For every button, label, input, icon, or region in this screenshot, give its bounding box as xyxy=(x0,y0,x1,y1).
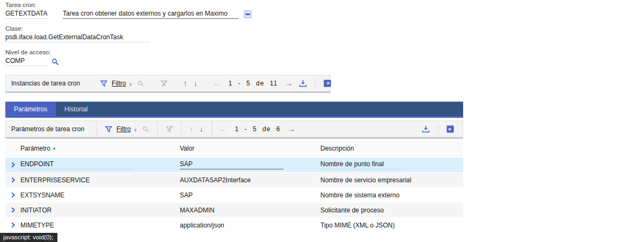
move-up-button[interactable]: ↑ xyxy=(180,79,191,88)
row-expand-cell[interactable] xyxy=(5,192,20,198)
search-icon xyxy=(137,80,144,87)
down-arrow-icon: ↓ xyxy=(194,80,197,87)
value-cell[interactable]: SAP xyxy=(180,160,320,169)
download-icon xyxy=(299,80,307,87)
next-page-button[interactable]: → xyxy=(284,124,298,134)
access-level-label: Nivel de acceso: xyxy=(5,49,644,55)
clear-filter-button[interactable] xyxy=(157,79,171,88)
param-name: EXTSYSNAME xyxy=(20,191,64,199)
maximize-button[interactable] xyxy=(443,124,457,134)
param-name: ENTERPRISESERVICE xyxy=(20,176,90,184)
download-icon xyxy=(422,125,430,133)
tab-historial-label: Historial xyxy=(64,105,87,113)
previous-page-button[interactable]: ← xyxy=(210,79,224,88)
param-description: Tipo MIME (XML o JSON) xyxy=(320,222,394,229)
divider xyxy=(211,121,212,137)
divider xyxy=(157,121,158,137)
param-name: ENDPOINT xyxy=(20,160,131,169)
download-button[interactable] xyxy=(419,124,433,134)
table-header: Parámetro ▲ Valor Descripción xyxy=(5,140,463,156)
header-parametro-label: Parámetro xyxy=(20,145,50,152)
row-expand-cell[interactable] xyxy=(5,177,20,183)
clear-filter-button[interactable] xyxy=(163,125,176,134)
param-description: Solicitante de proceso xyxy=(320,207,384,214)
task-description-field[interactable]: Tarea cron obtener datos externos y carg… xyxy=(63,10,239,19)
class-label: Clase: xyxy=(5,25,644,32)
chevron-right-icon xyxy=(11,177,15,183)
row-expand-cell[interactable] xyxy=(5,222,20,228)
class-field: psdi.iface.load.GetExternalDataCronTask xyxy=(5,33,149,42)
header-parametro[interactable]: Parámetro ▲ xyxy=(20,145,180,152)
filter-link[interactable]: Filtro xyxy=(116,125,131,133)
maximize-icon xyxy=(447,125,454,133)
filter-funnel-icon xyxy=(105,126,112,133)
previous-page-icon: ← xyxy=(214,80,221,87)
param-description: Nombre de sistema externo xyxy=(320,191,399,199)
task-label: Tarea cron: xyxy=(5,2,644,8)
chevron-right-icon xyxy=(11,162,15,168)
maximize-button[interactable] xyxy=(320,79,334,88)
move-down-button[interactable]: ↓ xyxy=(191,79,201,88)
table-row[interactable]: EXTSYSNAME SAP Nombre de sistema externo xyxy=(5,188,463,202)
chevron-right-icon xyxy=(11,207,15,213)
param-name: INITIATOR xyxy=(20,207,52,214)
value-cell[interactable]: application/json xyxy=(180,222,320,229)
tab-historial[interactable]: Historial xyxy=(56,102,96,116)
param-value-field[interactable]: MAXADMIN xyxy=(180,207,215,214)
filter-link[interactable]: Filtro xyxy=(112,80,126,87)
value-cell[interactable]: MAXADMIN xyxy=(180,207,320,214)
filter-button[interactable] xyxy=(102,125,115,134)
status-tooltip: javascript: void(0); xyxy=(0,233,57,242)
search-button[interactable] xyxy=(134,79,148,88)
chevron-right-icon[interactable]: › xyxy=(127,79,134,88)
move-down-button[interactable]: ↓ xyxy=(196,124,207,134)
filter-button[interactable] xyxy=(97,79,111,88)
table-row[interactable]: MIMETYPE application/json Tipo MIME (XML… xyxy=(5,218,463,232)
move-up-button[interactable]: ↑ xyxy=(186,124,196,134)
row-expand-cell[interactable] xyxy=(5,162,20,168)
instances-toolbar: Instancias de tarea cron Filtro › ↑ ↓ ← … xyxy=(5,75,331,93)
param-value-field[interactable]: AUXDATASAP2Interface xyxy=(180,176,251,184)
down-arrow-icon: ↓ xyxy=(200,125,203,133)
tab-parametros[interactable]: Parámetros xyxy=(5,102,56,116)
up-arrow-icon: ↑ xyxy=(184,80,187,87)
param-cell: EXTSYSNAME xyxy=(20,191,180,199)
next-page-button[interactable]: → xyxy=(282,79,296,88)
clear-filter-icon xyxy=(166,126,173,133)
desc-cell: Nombre de sistema externo xyxy=(320,191,463,199)
value-cell[interactable]: SAP xyxy=(180,191,320,199)
chevron-right-icon[interactable]: › xyxy=(132,125,139,134)
param-value-field[interactable]: application/json xyxy=(180,222,224,229)
param-cell: INITIATOR xyxy=(20,207,180,214)
header-valor-label: Valor xyxy=(180,145,194,152)
previous-page-button[interactable]: ← xyxy=(217,124,231,134)
task-name-field[interactable]: GETEXTDATA xyxy=(5,10,48,19)
up-arrow-icon: ↑ xyxy=(189,125,193,133)
divider xyxy=(181,121,181,137)
param-value-field[interactable]: SAP xyxy=(180,191,193,199)
table-row[interactable]: ENDPOINT SAP Nombre de punto final xyxy=(5,158,463,172)
header-valor[interactable]: Valor xyxy=(180,145,320,152)
param-value-field[interactable]: SAP xyxy=(180,160,283,169)
long-description-icon[interactable] xyxy=(244,10,252,18)
desc-cell: Nombre de punto final xyxy=(320,160,463,169)
access-level-field[interactable]: COMP xyxy=(5,57,47,66)
table-row[interactable]: ENTERPRISESERVICE AUXDATASAP2Interface N… xyxy=(5,173,463,187)
filter-funnel-icon xyxy=(100,80,107,87)
previous-page-icon: ← xyxy=(220,125,228,133)
chevron-right-icon xyxy=(11,222,15,228)
row-expand-cell[interactable] xyxy=(5,207,20,213)
search-button[interactable] xyxy=(139,125,152,134)
desc-cell: Solicitante de proceso xyxy=(320,207,463,214)
pagination-text: 1 - 5 de 11 xyxy=(229,80,277,87)
download-button[interactable] xyxy=(296,79,310,88)
parameters-table: Parámetro ▲ Valor Descripción ENDPOINT S… xyxy=(5,140,463,232)
tab-bar: Parámetros Historial xyxy=(5,102,463,118)
param-cell: ENTERPRISESERVICE xyxy=(20,176,180,184)
header-descripcion[interactable]: Descripción xyxy=(320,145,463,152)
table-row[interactable]: INITIATOR MAXADMIN Solicitante de proces… xyxy=(5,203,463,217)
magnifier-icon[interactable] xyxy=(52,58,59,66)
value-cell[interactable]: AUXDATASAP2Interface xyxy=(180,176,320,184)
chevron-right-icon xyxy=(11,192,15,198)
param-name: MIMETYPE xyxy=(20,222,54,229)
